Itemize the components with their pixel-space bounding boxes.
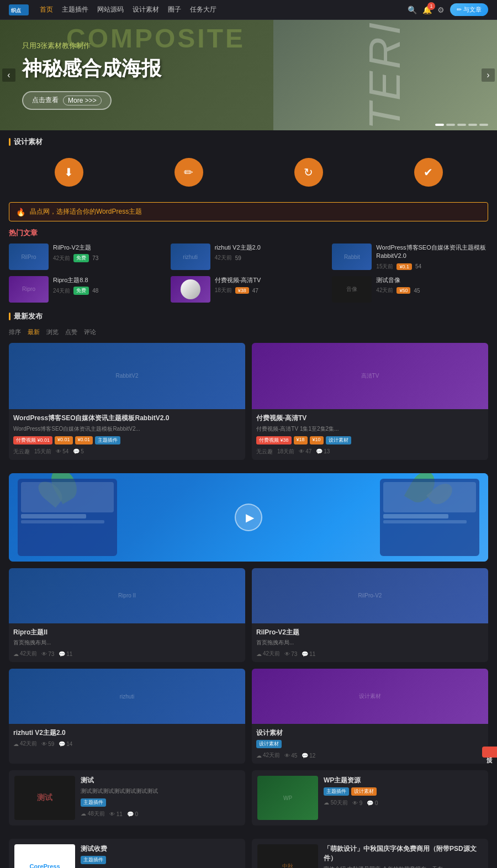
more-post-4-body: 「萌款设计」中秋国庆字体免费商用（附带PSD源文件） 字体介绍 中秋漫见国庆,今… [324, 844, 483, 868]
more-post-3-tag: 主题插件 [81, 856, 106, 864]
banner-deer-area: MYSTERIOUS [273, 20, 497, 130]
icon-check[interactable]: ✔ [414, 158, 443, 187]
design-material-title: 设计素材 [9, 137, 488, 147]
tag-2-4: 设计素材 [326, 436, 351, 444]
banner-dot-4[interactable] [468, 124, 477, 126]
post-2-comments: 💬 13 [316, 448, 330, 454]
hot-article-4-title[interactable]: Ripro主题8.8 [53, 276, 165, 284]
hot-articles-grid: RilPro RilPro-V2主题 42天前 免费 73 rizhuti ri… [9, 244, 488, 303]
banner-next-arrow[interactable]: › [482, 68, 495, 82]
sort-tab-comments[interactable]: 评论 [84, 328, 96, 336]
mid-post-1-cloud: ☁ 42天前 [13, 650, 37, 658]
hot-article-3-views: 54 [415, 263, 421, 269]
tag-2-3: ¥10 [310, 436, 324, 444]
nav-search-btn[interactable]: 🔍 [408, 6, 417, 14]
nav-home[interactable]: 首页 [40, 5, 53, 14]
sort-tab-likes[interactable]: 点赞 [65, 328, 77, 336]
hot-article-6-thumb: 音像 [332, 276, 372, 303]
nav-design[interactable]: 设计素材 [133, 5, 159, 14]
tag-1-4: 主题插件 [95, 436, 120, 444]
hot-article-6-time: 42天前 [376, 287, 393, 294]
hot-article-6-meta: 42天前 ¥50 45 [376, 287, 488, 294]
banner-more-label: More >>> [63, 96, 102, 105]
banner-prev-arrow[interactable]: ‹ [2, 68, 15, 82]
banner: COMPOSITE 只用3张素材教你制作 神秘感合成海报 点击查看 More >… [0, 20, 497, 130]
mid-posts-grid: Ripro II Ripro主题II 首页拖拽布局... ☁ 42天前 👁 73… [9, 568, 488, 764]
mid-post-3-body: rizhuti V2主题2.0 ☁ 42天前 👁 59 💬 14 [9, 724, 245, 752]
post-card-1-thumb: RabbitV2 [9, 343, 245, 409]
icon-sync[interactable]: ↻ [294, 158, 323, 187]
tag-2-1: 付费视频 ¥38 [256, 436, 292, 444]
more-post-4-title[interactable]: 「萌款设计」中秋国庆字体免费商用（附带PSD源文件） [324, 844, 483, 863]
sort-tab-views[interactable]: 浏览 [46, 328, 59, 336]
post-1-author: 无云趣 [13, 448, 30, 456]
post-card-2-title[interactable]: 付费视频-高清TV [256, 414, 484, 423]
more-post-1-views: 👁 11 [109, 811, 123, 817]
nav-write-button[interactable]: ✏ 与文章 [450, 3, 488, 16]
promo-bar[interactable]: 🔥 晶点网，选择适合你的WordPress主题 [9, 202, 488, 221]
post-card-2-tags: 付费视频 ¥38 ¥18 ¥10 设计素材 [256, 436, 484, 444]
nav-themes[interactable]: 主题插件 [62, 5, 88, 14]
post-2-time: 18天前 [277, 448, 294, 456]
banner-dot-1[interactable] [435, 124, 444, 126]
more-posts-section: 测试 测试 测试测试测试测试测试测试测试 主题插件 ☁ 48天前 👁 11 💬 … [0, 770, 497, 868]
hot-article-2-time: 42天前 [215, 254, 232, 262]
more-post-2-views: 👁 9 [352, 800, 362, 806]
latest-title: 最新发布 [9, 311, 488, 321]
more-post-1-title[interactable]: 测试 [81, 776, 240, 785]
more-post-3-title[interactable]: 测试收费 [81, 844, 240, 854]
mid-post-2-title[interactable]: RilPro-V2主题 [256, 628, 484, 637]
mid-post-1-title[interactable]: Ripro主题II [13, 628, 241, 637]
ad-banner: ▶ [9, 473, 488, 562]
mid-post-2: RilPro-V2 RilPro-V2主题 首页拖拽布局... ☁ 42天前 👁… [252, 568, 488, 663]
navbar: 织点 首页 主题插件 网站源码 设计素材 圈子 任务大厅 🔍 🔔1 ⚙ ✏ 与文… [0, 0, 497, 20]
hot-article-4: Ripro Ripro主题8.8 24天前 免费 48 [9, 276, 165, 303]
mid-post-4-views: 👁 45 [284, 753, 297, 759]
more-post-1-meta: ☁ 48天前 👁 11 💬 0 [81, 810, 240, 818]
mid-post-3-title[interactable]: rizhuti V2主题2.0 [13, 728, 241, 738]
sort-tab-latest[interactable]: 最新 [28, 328, 40, 336]
hot-article-5-views: 47 [252, 288, 258, 294]
sort-tab-order[interactable]: 排序 [9, 328, 21, 336]
mid-post-4-title[interactable]: 设计素材 [256, 728, 484, 738]
nav-source[interactable]: 网站源码 [97, 5, 124, 14]
hot-article-4-time: 24天前 [53, 287, 70, 295]
mid-post-3: rizhuti rizhuti V2主题2.0 ☁ 42天前 👁 59 💬 14 [9, 669, 245, 764]
banner-dot-3[interactable] [457, 124, 466, 126]
nav-circle[interactable]: 圈子 [168, 5, 181, 14]
mid-post-3-cloud: ☁ 42天前 [13, 740, 37, 748]
banner-dot-2[interactable] [446, 124, 455, 126]
more-post-3-thumb: CorePress [14, 844, 75, 868]
mid-post-3-meta: ☁ 42天前 👁 59 💬 14 [13, 740, 241, 748]
hot-article-6-title[interactable]: 测试音像 [376, 276, 488, 284]
mid-post-4-comments: 💬 12 [302, 753, 315, 759]
hot-article-5-title[interactable]: 付费视频-高清TV [215, 276, 327, 284]
hot-article-3-info: WordPress博客SEO自媒体资讯主题模板RabbitV2.0 15天前 ¥… [376, 244, 488, 271]
post-card-1-meta: 无云趣 15天前 👁 54 💬 5 [13, 448, 241, 456]
more-post-1-tags: 主题插件 [81, 798, 240, 807]
banner-mysterious-text: MYSTERIOUS [360, 20, 411, 130]
mid-post-2-body: RilPro-V2主题 首页拖拽布局... ☁ 42天前 👁 73 💬 11 [252, 623, 488, 663]
more-post-2-tag-2: 设计素材 [351, 787, 377, 796]
hot-article-3-title[interactable]: WordPress博客SEO自媒体资讯主题模板RabbitV2.0 [376, 244, 488, 261]
hot-article-1-thumb: RilPro [9, 244, 49, 270]
feedback-button[interactable]: 反馈 [482, 747, 497, 758]
banner-cta-button[interactable]: 点击查看 More >>> [22, 91, 112, 110]
hot-article-3: Rabbit WordPress博客SEO自媒体资讯主题模板RabbitV2.0… [332, 244, 488, 271]
nav-bell-btn[interactable]: 🔔1 [422, 6, 432, 14]
more-post-4: 中秋 「萌款设计」中秋国庆字体免费商用（附带PSD源文件） 字体介绍 中秋漫见国… [252, 839, 488, 868]
hot-article-1-title[interactable]: RilPro-V2主题 [53, 244, 165, 252]
tag-1-3: ¥0.01 [75, 436, 93, 444]
more-post-2-title[interactable]: WP主题资源 [324, 776, 483, 785]
post-2-views: 👁 47 [299, 448, 311, 454]
banner-dot-5[interactable] [479, 124, 488, 126]
post-card-1-title[interactable]: WordPress博客SEO自媒体资讯主题模板RabbitV2.0 [13, 414, 241, 423]
mid-post-4-body: 设计素材 设计素材 ☁ 42天前 👁 45 💬 12 [252, 724, 488, 764]
nav-settings-btn[interactable]: ⚙ [437, 6, 445, 14]
ad-play-button[interactable]: ▶ [235, 504, 262, 531]
icon-download[interactable]: ⬇ [55, 158, 83, 187]
icon-edit[interactable]: ✏ [175, 158, 203, 187]
mid-post-4: 设计素材 设计素材 设计素材 ☁ 42天前 👁 45 💬 12 [252, 669, 488, 764]
hot-article-2-title[interactable]: rizhuti V2主题2.0 [215, 244, 327, 252]
nav-tasks[interactable]: 任务大厅 [190, 5, 216, 14]
